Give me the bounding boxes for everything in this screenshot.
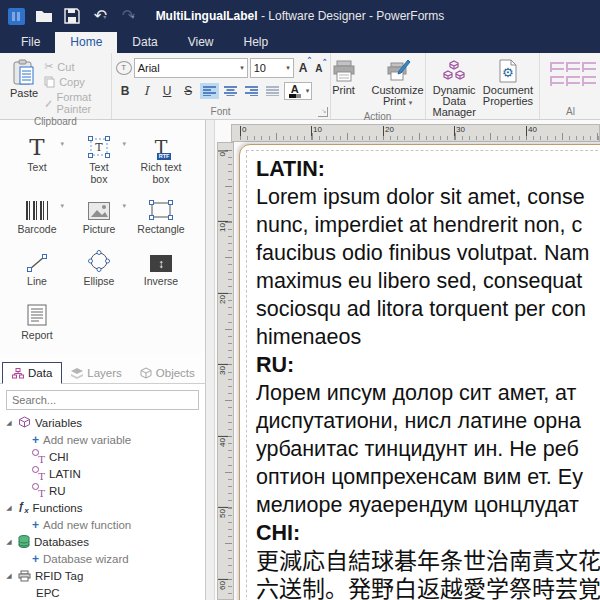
printer-font-icon[interactable]: T (116, 61, 132, 75)
design-canvas[interactable]: 0 10 20 30 40 0 10 20 30 40 50 60 LATIN:… (215, 120, 600, 600)
tree-epc[interactable]: EPC (0, 584, 205, 600)
inverse-icon: ↕ (150, 255, 172, 272)
picture-dropdown-icon[interactable]: ▾ (122, 202, 126, 210)
paste-label: Paste (10, 88, 38, 99)
font-color-button[interactable]: A ▾ (284, 82, 313, 100)
font-size-select[interactable]: 10▾ (250, 58, 294, 78)
tool-text[interactable]: ▾ T Text (6, 132, 68, 185)
customize-print-dropdown-icon[interactable]: ▾ (409, 99, 413, 106)
tool-line[interactable]: Line (6, 246, 68, 287)
functions-expander-icon[interactable]: ◢ (4, 504, 14, 512)
tree-group-variables[interactable]: ◢ Variables (0, 414, 205, 431)
strikethrough-button[interactable]: S (179, 83, 198, 99)
tree-group-functions[interactable]: ◢ ƒx Functions (0, 499, 205, 516)
variables-expander-icon[interactable]: ◢ (4, 419, 14, 427)
panel-splitter[interactable] (206, 120, 215, 600)
font-family-select[interactable]: Arial▾ (134, 58, 248, 78)
open-folder-icon[interactable] (33, 5, 55, 27)
label-line: мелиоре яуаерендум цонцлудат (256, 491, 600, 519)
align-tops-icon[interactable] (550, 76, 564, 86)
font-color-dropdown-icon[interactable]: ▾ (306, 87, 310, 95)
barcode-dropdown-icon[interactable]: ▾ (60, 202, 64, 210)
align-right-button[interactable] (242, 83, 261, 99)
justify-button[interactable] (263, 83, 282, 99)
tool-rectangle[interactable]: Rectangle (130, 194, 192, 235)
tab-help[interactable]: Help (229, 32, 284, 53)
text-box-object[interactable]: LATIN: Lorem ipsum dolor sit amet, conse… (246, 150, 600, 600)
label-line: sociosqu ad litora torquent per con (256, 295, 600, 323)
tool-ellipse[interactable]: Ellipse (68, 246, 130, 287)
data-tab-icon (12, 368, 24, 379)
v-ruler-50: 50 (218, 507, 228, 518)
align-center-button[interactable] (221, 83, 240, 99)
customize-print-button[interactable]: Customize Print ▾ (366, 57, 430, 110)
left-panel: ▾ T Text ▾ T Text box (0, 120, 206, 600)
label-document[interactable]: LATIN: Lorem ipsum dolor sit amet, conse… (239, 144, 600, 600)
text-box-dropdown-icon[interactable]: ▾ (122, 140, 126, 148)
search-input[interactable] (7, 394, 198, 406)
align-left-button[interactable] (200, 83, 219, 99)
plus-icon: + (32, 435, 39, 445)
tool-text-box[interactable]: ▾ T Text box (68, 132, 130, 185)
document-properties-button[interactable]: ⚙ Document Properties (481, 57, 535, 109)
panel-tab-data[interactable]: Data (2, 362, 62, 384)
tree-add-new-function[interactable]: + Add new function (0, 516, 205, 533)
print-button[interactable]: Print (326, 57, 362, 98)
tree-variable-ru[interactable]: T RU (0, 482, 205, 499)
databases-expander-icon[interactable]: ◢ (4, 538, 14, 546)
tool-ellipse-label: Ellipse (84, 275, 115, 287)
tool-inverse[interactable]: ↕ Inverse (130, 246, 192, 287)
tab-home[interactable]: Home (55, 32, 117, 53)
bold-button[interactable]: B (116, 83, 135, 99)
panel-tab-layers[interactable]: Layers (62, 363, 131, 383)
align-right-icon (245, 86, 258, 96)
paste-button[interactable]: Paste (4, 57, 44, 101)
italic-button[interactable]: I (137, 83, 156, 99)
undo-icon[interactable]: ↶▾ (89, 5, 111, 27)
format-painter-button[interactable]: Format Painter (44, 91, 107, 115)
variable-icon: T (32, 467, 45, 480)
tool-rich-text-box[interactable]: TRTF Rich text box (130, 132, 192, 185)
v-ruler-60: 60 (218, 579, 228, 590)
font-dialog-launcher-icon[interactable]: ↘ (318, 107, 328, 117)
tree-database-wizard[interactable]: + Database wizard (0, 550, 205, 567)
tab-file[interactable]: File (6, 32, 55, 53)
print-label: Print (332, 85, 355, 96)
font-color-label: A (291, 84, 299, 94)
tree-group-rfid-tag[interactable]: ◢ RFID Tag (0, 567, 205, 584)
align-rights-icon[interactable] (582, 62, 596, 72)
save-icon[interactable] (61, 5, 83, 27)
align-middles-icon[interactable] (566, 76, 580, 86)
tab-view[interactable]: View (173, 32, 229, 53)
copy-button[interactable]: Copy (44, 76, 107, 88)
tool-barcode[interactable]: ▾ Barcode (6, 194, 68, 235)
text-dropdown-icon[interactable]: ▾ (60, 140, 64, 148)
shrink-font-button[interactable]: A⌃ (312, 63, 325, 74)
variable-latin-label: LATIN (49, 468, 81, 480)
tool-picture[interactable]: ▾ Picture (68, 194, 130, 235)
underline-button[interactable]: U (158, 83, 177, 99)
align-lefts-icon[interactable] (550, 62, 564, 72)
align-centers-icon[interactable] (566, 62, 580, 72)
management-group: Dynamic Data Manager ▾ ⚙ Document Proper… (426, 53, 540, 119)
app-icon[interactable] (5, 5, 27, 27)
tree-variable-latin[interactable]: T LATIN (0, 465, 205, 482)
grow-font-button[interactable]: A⌃ (296, 61, 311, 75)
tool-report[interactable]: Report (6, 300, 68, 341)
tab-data[interactable]: Data (117, 32, 172, 53)
font-size-value: 10 (254, 62, 266, 74)
rectangle-icon (149, 200, 173, 220)
functions-icon: ƒx (18, 500, 29, 515)
rfid-tag-label: RFID Tag (35, 570, 83, 582)
panel-tab-objects[interactable]: Objects (131, 363, 204, 383)
cut-button[interactable]: ✂ Cut (44, 60, 107, 73)
h-ruler-30: 30 (454, 126, 465, 136)
rfid-expander-icon[interactable]: ◢ (4, 572, 14, 580)
align-bottoms-icon[interactable] (582, 76, 596, 86)
document-name: MultiLingualLabel (156, 9, 258, 23)
tree-add-new-variable[interactable]: + Add new variable (0, 431, 205, 448)
redo-icon[interactable]: ↷▾ (117, 5, 139, 27)
report-icon (26, 304, 48, 326)
tree-group-databases[interactable]: ◢ Databases (0, 533, 205, 550)
tree-variable-chi[interactable]: T CHI (0, 448, 205, 465)
